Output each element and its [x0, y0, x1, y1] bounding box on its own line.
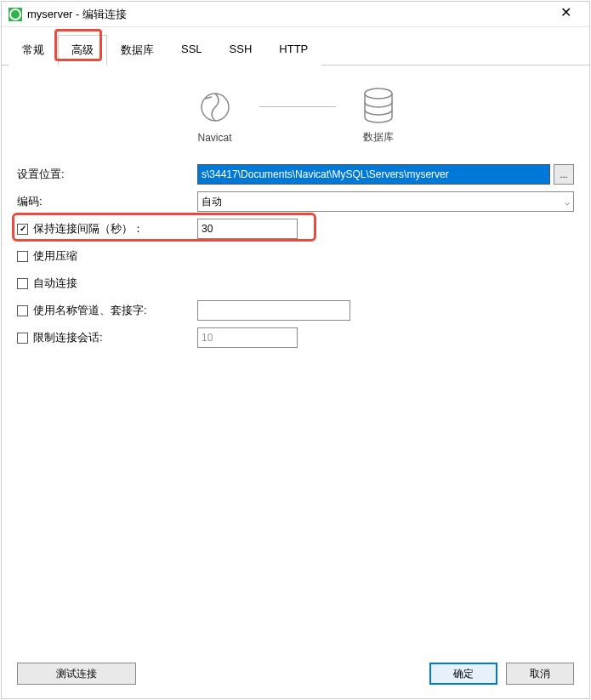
diagram-connector-line: [259, 106, 336, 107]
titlebar: myserver - 编辑连接 ✕: [2, 2, 589, 27]
browse-button[interactable]: ...: [554, 164, 574, 185]
row-location: 设置位置: ...: [17, 162, 574, 187]
keepalive-input[interactable]: [197, 219, 298, 239]
window-title: myserver - 编辑连接: [27, 7, 548, 22]
svg-point-1: [365, 88, 392, 99]
row-autoconnect: 自动连接: [17, 270, 574, 296]
namedpipe-label: 使用名称管道、套接字:: [33, 303, 147, 318]
row-keepalive: 保持连接间隔（秒）：: [17, 216, 574, 242]
encoding-select[interactable]: 自动 ⌵: [197, 191, 574, 212]
tab-database[interactable]: 数据库: [107, 35, 168, 65]
compression-checkbox[interactable]: [17, 251, 28, 262]
autoconnect-label: 自动连接: [33, 276, 77, 291]
close-button[interactable]: ✕: [548, 3, 582, 26]
settings-form: 设置位置: ... 编码: 自动 ⌵ 保持连接间隔（秒）：: [17, 162, 574, 352]
location-input[interactable]: [197, 164, 550, 185]
autoconnect-checkbox[interactable]: [17, 278, 28, 289]
row-namedpipe: 使用名称管道、套接字:: [17, 298, 574, 323]
limit-sessions-input[interactable]: [197, 327, 298, 348]
row-compression: 使用压缩: [17, 243, 574, 269]
diagram-navicat-label: Navicat: [196, 132, 234, 144]
connection-diagram: Navicat 数据库: [17, 76, 574, 150]
row-encoding: 编码: 自动 ⌵: [17, 189, 574, 214]
dialog-footer: 测试连接 确定 取消: [2, 654, 589, 698]
keepalive-checkbox[interactable]: [17, 224, 28, 235]
cancel-button[interactable]: 取消: [506, 663, 574, 685]
navicat-icon: [196, 88, 234, 126]
ok-button[interactable]: 确定: [429, 663, 497, 685]
tab-general[interactable]: 常规: [9, 35, 58, 65]
limit-sessions-label: 限制连接会话:: [33, 330, 103, 345]
app-icon: [9, 8, 22, 21]
tab-ssl[interactable]: SSL: [168, 35, 216, 65]
row-limit-sessions: 限制连接会话:: [17, 325, 574, 350]
encoding-value: 自动: [202, 195, 222, 209]
chevron-down-icon: ⌵: [565, 197, 570, 207]
tab-ssh[interactable]: SSH: [216, 35, 266, 65]
dialog-window: myserver - 编辑连接 ✕ 常规 高级 数据库 SSL SSH HTTP…: [1, 1, 590, 699]
tab-content: Navicat 数据库 设置位置: ...: [2, 65, 589, 654]
tab-http[interactable]: HTTP: [265, 35, 321, 65]
location-label: 设置位置:: [17, 167, 197, 182]
tab-advanced[interactable]: 高级: [58, 35, 107, 65]
namedpipe-checkbox[interactable]: [17, 305, 28, 316]
limit-sessions-checkbox[interactable]: [17, 333, 28, 344]
diagram-database-label: 数据库: [361, 130, 395, 145]
database-icon: [361, 87, 395, 124]
keepalive-label: 保持连接间隔（秒）：: [33, 221, 144, 236]
diagram-navicat: Navicat: [196, 86, 234, 144]
test-connection-button[interactable]: 测试连接: [17, 663, 136, 685]
encoding-label: 编码:: [17, 194, 197, 209]
diagram-database: 数据库: [361, 84, 395, 145]
compression-label: 使用压缩: [33, 248, 77, 264]
tab-bar: 常规 高级 数据库 SSL SSH HTTP: [2, 27, 589, 65]
namedpipe-input[interactable]: [197, 300, 350, 321]
